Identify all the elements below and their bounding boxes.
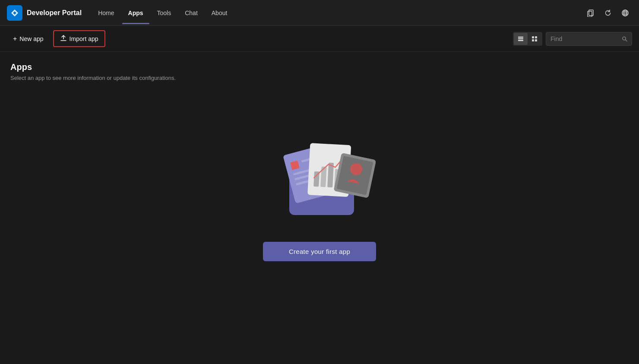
svg-rect-28	[320, 167, 326, 187]
create-first-app-button[interactable]: Create your first app	[263, 242, 376, 261]
toolbar: + New app Import app	[0, 26, 639, 52]
svg-rect-11	[518, 40, 523, 41]
page-subtitle: Select an app to see more information or…	[10, 75, 629, 81]
search-icon	[622, 36, 627, 42]
grid-view-button[interactable]	[528, 33, 541, 45]
globe-icon-btn[interactable]	[618, 6, 632, 20]
logo-area: Developer Portal	[7, 5, 82, 21]
svg-line-17	[626, 40, 627, 41]
toolbar-right	[513, 32, 632, 46]
main-nav: Home Apps Tools Chat About	[92, 6, 584, 20]
svg-rect-14	[532, 39, 534, 41]
nav-tools[interactable]: Tools	[151, 6, 177, 20]
nav-chat[interactable]: Chat	[179, 6, 204, 20]
nav-about[interactable]: About	[206, 6, 234, 20]
svg-rect-15	[535, 39, 537, 41]
logo-icon	[7, 5, 22, 21]
nav-home[interactable]: Home	[92, 6, 120, 20]
nav-apps[interactable]: Apps	[122, 6, 149, 20]
plus-icon: +	[13, 35, 17, 43]
main-content: Apps Select an app to see more informati…	[0, 52, 639, 261]
svg-rect-9	[518, 37, 523, 38]
page-title: Apps	[10, 62, 629, 72]
apps-illustration	[263, 116, 376, 228]
svg-rect-0	[589, 10, 593, 16]
svg-rect-10	[518, 38, 523, 39]
copy-icon-btn[interactable]	[584, 6, 598, 20]
svg-rect-13	[535, 36, 537, 38]
topbar-right	[584, 6, 632, 20]
new-app-label: New app	[19, 35, 43, 42]
import-app-label: Import app	[70, 35, 98, 42]
empty-state: Create your first app	[10, 116, 629, 261]
topbar: Developer Portal Home Apps Tools Chat Ab…	[0, 0, 639, 26]
list-view-button[interactable]	[514, 33, 528, 45]
svg-point-16	[623, 37, 626, 40]
view-toggle	[513, 32, 542, 46]
import-app-button[interactable]: Import app	[53, 30, 105, 47]
svg-rect-1	[588, 11, 592, 17]
upload-icon	[60, 35, 67, 43]
svg-rect-12	[532, 36, 534, 38]
new-app-button[interactable]: + New app	[7, 32, 50, 46]
search-input[interactable]	[550, 35, 622, 42]
refresh-icon-btn[interactable]	[601, 6, 615, 20]
portal-title: Developer Portal	[27, 9, 82, 17]
search-box[interactable]	[546, 32, 632, 46]
